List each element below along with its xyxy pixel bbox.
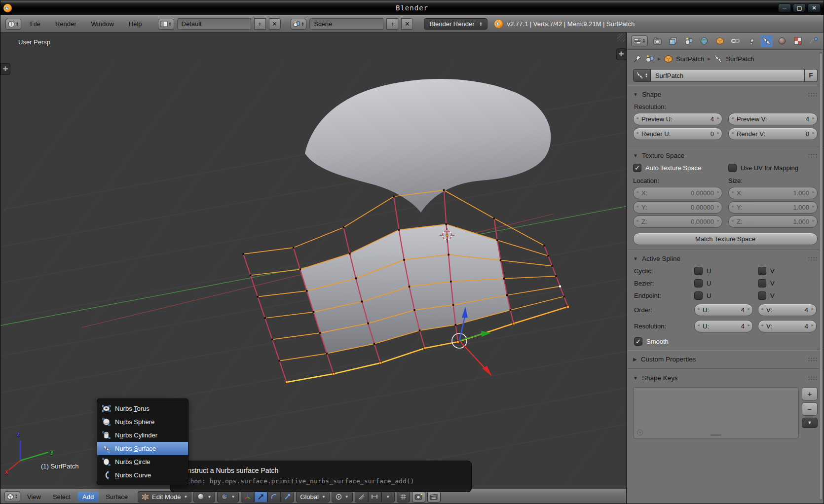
scene-add-button[interactable]: + (386, 18, 398, 30)
mode-select[interactable]: Edit Mode ▼ (138, 491, 191, 503)
menu-item-nurbs-sphere[interactable]: Nurbs Sphere (97, 415, 188, 429)
panel-drag-handle[interactable] (808, 256, 818, 261)
panel-active-spline-header[interactable]: ▼ Active Spline (627, 252, 824, 266)
scene-icon-button[interactable]: ▲▼ (291, 19, 307, 30)
shape-key-add-button[interactable]: + (802, 387, 818, 400)
menu-item-nurbs-cylinder[interactable]: Nurbs Cylinder (97, 429, 188, 442)
render-v-field[interactable]: Render V:0 (728, 128, 818, 140)
scrollbar-thumb[interactable] (820, 53, 822, 500)
match-texture-space-button[interactable]: Match Texture Space (633, 233, 818, 245)
viewport-3d[interactable]: User Persp (1) SurfPatch z y x ✚ ✚ Nurbs… (0, 33, 627, 504)
texspace-size-y-field[interactable]: Y:1.000 (728, 201, 818, 214)
tab-object-data[interactable] (760, 35, 773, 47)
tab-object[interactable] (714, 35, 726, 47)
tab-render[interactable] (651, 35, 664, 47)
menu-render[interactable]: Render (49, 18, 82, 30)
panel-drag-handle[interactable] (808, 92, 818, 97)
panel-drag-handle[interactable] (808, 153, 818, 158)
editor-type-button-3dview[interactable]: ▲▼ (4, 491, 20, 502)
list-filter-icon[interactable]: + (637, 430, 643, 435)
menu-help[interactable]: Help (123, 18, 148, 30)
smooth-checkbox[interactable]: ✓ (634, 337, 642, 346)
endpoint-u-checkbox[interactable]: ✓ (694, 291, 703, 300)
texspace-size-z-field[interactable]: Z:1.000 (728, 216, 818, 228)
tab-render-layers[interactable] (667, 35, 679, 47)
menu-item-nurbs-torus[interactable]: Nurbs Torus (97, 402, 188, 415)
layout-add-button[interactable]: + (254, 18, 266, 30)
menu-item-nurbs-circle[interactable]: Nurbs Circle (97, 455, 188, 468)
tab-texture[interactable] (792, 35, 804, 47)
breadcrumb-data-name[interactable]: SurfPatch (726, 55, 754, 63)
render-border-button[interactable] (397, 491, 410, 503)
render-engine-select[interactable]: Blender Render ▲▼ (424, 18, 487, 30)
snap-element-button[interactable] (368, 491, 381, 503)
manipulator-scale-button[interactable] (281, 491, 294, 503)
scene-delete-button[interactable]: ✕ (401, 18, 413, 30)
texspace-location-z-field[interactable]: Z:0.00000 (633, 216, 722, 228)
spline-resolution-u-field[interactable]: U:4 (694, 320, 753, 332)
order-v-field[interactable]: V:4 (758, 304, 817, 316)
manipulator-toggle-button[interactable] (241, 491, 254, 503)
opengl-render-image-button[interactable] (412, 491, 425, 503)
bezier-v-checkbox[interactable]: ✓ (758, 279, 766, 288)
use-uv-for-mapping-checkbox[interactable]: ✓ (728, 164, 737, 172)
manipulator-translate-button[interactable] (254, 491, 267, 503)
menu-add[interactable]: Add (77, 492, 99, 502)
menu-item-nurbs-curve[interactable]: Nurbs Curve (97, 468, 188, 482)
manipulator-rotate-button[interactable] (267, 491, 281, 503)
preview-u-field[interactable]: Preview U:4 (633, 113, 722, 125)
menu-file[interactable]: File (24, 18, 46, 30)
order-u-field[interactable]: U:4 (694, 304, 753, 316)
menu-item-nurbs-surface[interactable]: Nurbs Surface (97, 442, 188, 455)
panel-custom-properties-header[interactable]: ▶ Custom Properties (627, 352, 824, 366)
datablock-name-input[interactable]: SurfPatch (651, 69, 805, 82)
toolshelf-expand-tab[interactable]: ✚ (0, 63, 10, 75)
texspace-size-x-field[interactable]: X:1.000 (728, 187, 818, 199)
panel-shape-keys-header[interactable]: ▼ Shape Keys (627, 371, 824, 385)
scene-field[interactable]: Scene (309, 18, 383, 30)
shape-keys-list[interactable]: + (633, 387, 799, 438)
texspace-location-y-field[interactable]: Y:0.00000 (633, 201, 722, 214)
tab-scene[interactable] (682, 35, 695, 47)
tab-modifiers[interactable] (745, 35, 757, 47)
endpoint-v-checkbox[interactable]: ✓ (758, 291, 766, 300)
breadcrumb-object-name[interactable]: SurfPatch (676, 55, 704, 63)
maximize-button[interactable]: ▢ (793, 3, 806, 12)
close-button[interactable]: ✕ (808, 3, 821, 12)
datablock-browse-button[interactable]: ▲▼ (633, 69, 651, 82)
fake-user-button[interactable]: F (805, 69, 818, 82)
viewport-shading-select[interactable]: ▼ (193, 491, 215, 503)
menu-select[interactable]: Select (48, 492, 75, 502)
minimize-button[interactable]: ─ (778, 3, 791, 12)
render-u-field[interactable]: Render U:0 (633, 128, 722, 140)
panel-drag-handle[interactable] (808, 357, 818, 361)
screen-layout-field[interactable]: Default (177, 18, 251, 30)
nurbs-control-cage[interactable] (242, 189, 569, 383)
editor-type-button-info[interactable]: i ▲▼ (5, 19, 21, 30)
cyclic-u-checkbox[interactable]: ✓ (694, 267, 703, 275)
snap-toggle-button[interactable] (355, 491, 368, 503)
auto-texture-space-checkbox[interactable]: ✓ (633, 164, 641, 172)
texspace-location-x-field[interactable]: X:0.00000 (633, 187, 722, 199)
editor-type-button-properties[interactable]: ▲▼ (631, 36, 648, 46)
shape-key-specials-button[interactable]: ▼ (802, 418, 818, 428)
opengl-render-animation-button[interactable] (427, 491, 441, 503)
preview-v-field[interactable]: Preview V:4 (728, 113, 818, 125)
tab-world[interactable] (698, 35, 711, 47)
list-resize-grip[interactable] (711, 434, 721, 436)
tab-material[interactable] (776, 35, 788, 47)
scene-crumb-icon[interactable] (645, 55, 654, 63)
spline-resolution-v-field[interactable]: V:4 (758, 320, 817, 332)
screen-layout-icon-button[interactable]: ▲▼ (158, 19, 174, 30)
tab-constraints[interactable] (729, 35, 742, 47)
panel-scrollbar[interactable] (819, 52, 823, 501)
layout-delete-button[interactable]: ✕ (269, 18, 281, 30)
panel-drag-handle[interactable] (808, 376, 818, 380)
pin-icon[interactable] (633, 54, 642, 63)
menu-view[interactable]: View (22, 492, 46, 502)
tab-physics[interactable] (807, 35, 820, 47)
bezier-u-checkbox[interactable]: ✓ (694, 279, 703, 288)
transform-orientation-select[interactable]: Global ▼ (296, 491, 330, 503)
panel-texture-space-header[interactable]: ▼ Texture Space (627, 148, 824, 163)
pivot-point-select[interactable]: ▼ (217, 491, 239, 503)
